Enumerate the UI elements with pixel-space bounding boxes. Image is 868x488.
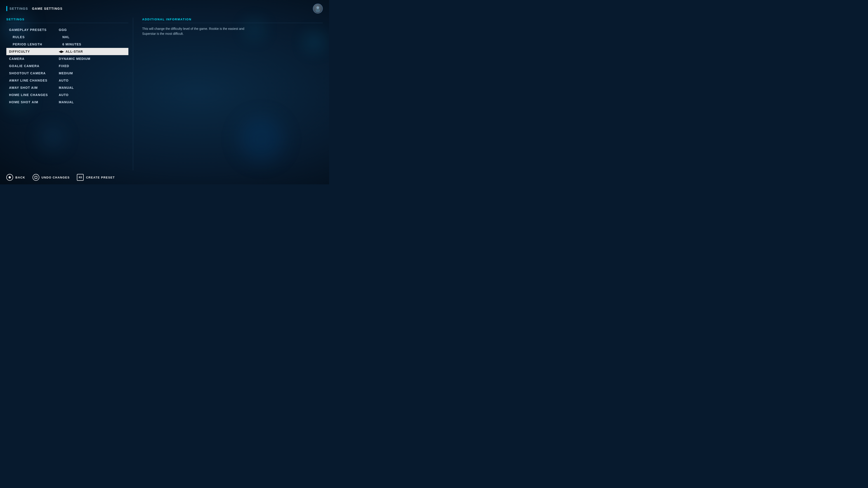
breadcrumb-separator xyxy=(29,7,31,10)
setting-value-shootout-camera: MEDIUM xyxy=(59,71,73,75)
header: SETTINGS GAME SETTINGS xyxy=(0,0,329,15)
setting-value-goalie-camera: FIXED xyxy=(59,64,69,68)
create-preset-button-label: CREATE PRESET xyxy=(86,176,115,179)
setting-row-difficulty[interactable]: DIFFICULTY◀▶ALL-STAR xyxy=(6,48,128,55)
setting-value-home-line-changes: AUTO xyxy=(59,93,68,97)
breadcrumb-bar xyxy=(6,6,7,11)
setting-value-period-length: 6 MINUTES xyxy=(62,42,81,46)
setting-row-shootout-camera[interactable]: SHOOTOUT CAMERAMEDIUM xyxy=(6,70,128,77)
setting-row-away-shot-aim[interactable]: AWAY SHOT AIMMANUAL xyxy=(6,84,128,91)
settings-panel: SETTINGS GAMEPLAY PRESETSGGGRULESNHLPERI… xyxy=(6,18,128,170)
breadcrumb: SETTINGS GAME SETTINGS xyxy=(6,6,63,11)
undo-button-label: UNDO CHANGES xyxy=(41,176,70,179)
setting-name-away-line-changes: AWAY LINE CHANGES xyxy=(9,78,59,82)
info-panel: ADDITIONAL INFORMATION This will change … xyxy=(133,18,323,170)
setting-arrows-difficulty: ◀▶ xyxy=(59,50,64,53)
create-preset-action[interactable]: R3 CREATE PRESET xyxy=(77,174,115,181)
main-content: SETTINGS GAMEPLAY PRESETSGGGRULESNHLPERI… xyxy=(0,15,329,170)
create-preset-button-icon: R3 xyxy=(77,174,84,181)
setting-name-camera: CAMERA xyxy=(9,57,59,61)
undo-action[interactable]: UNDO CHANGES xyxy=(33,174,70,181)
avatar xyxy=(313,4,323,13)
setting-row-goalie-camera[interactable]: GOALIE CAMERAFIXED xyxy=(6,62,128,70)
setting-row-home-line-changes[interactable]: HOME LINE CHANGESAUTO xyxy=(6,91,128,98)
svg-rect-2 xyxy=(35,176,37,178)
setting-value-gameplay-presets: GGG xyxy=(59,28,67,32)
back-action[interactable]: BACK xyxy=(6,174,25,181)
info-panel-title: ADDITIONAL INFORMATION xyxy=(142,18,323,23)
setting-value-difficulty: ALL-STAR xyxy=(66,50,83,53)
back-button-inner xyxy=(8,176,11,178)
setting-row-home-shot-aim[interactable]: HOME SHOT AIMMANUAL xyxy=(6,98,128,106)
setting-name-rules: RULES xyxy=(13,35,62,39)
setting-value-camera: DYNAMIC MEDIUM xyxy=(59,57,90,61)
setting-row-rules[interactable]: RULESNHL xyxy=(6,33,128,41)
setting-row-gameplay-presets[interactable]: GAMEPLAY PRESETSGGG xyxy=(6,26,128,33)
setting-row-away-line-changes[interactable]: AWAY LINE CHANGESAUTO xyxy=(6,77,128,84)
setting-name-shootout-camera: SHOOTOUT CAMERA xyxy=(9,71,59,75)
info-text: This will change the difficulty level of… xyxy=(142,26,255,36)
setting-value-away-line-changes: AUTO xyxy=(59,78,68,82)
setting-value-home-shot-aim: MANUAL xyxy=(59,100,74,104)
back-button-icon xyxy=(6,174,13,181)
setting-name-home-shot-aim: HOME SHOT AIM xyxy=(9,100,59,104)
setting-name-home-line-changes: HOME LINE CHANGES xyxy=(9,93,59,97)
svg-point-1 xyxy=(315,9,320,12)
breadcrumb-current: GAME SETTINGS xyxy=(32,7,62,10)
footer: BACK UNDO CHANGES R3 CREATE PRESET xyxy=(0,170,329,184)
svg-point-0 xyxy=(316,6,319,9)
setting-row-period-length[interactable]: PERIOD LENGTH6 MINUTES xyxy=(6,41,128,48)
setting-name-away-shot-aim: AWAY SHOT AIM xyxy=(9,86,59,90)
setting-name-period-length: PERIOD LENGTH xyxy=(13,42,62,46)
setting-value-rules: NHL xyxy=(62,35,70,39)
setting-value-away-shot-aim: MANUAL xyxy=(59,86,74,90)
settings-panel-title: SETTINGS xyxy=(6,18,128,23)
setting-name-gameplay-presets: GAMEPLAY PRESETS xyxy=(9,28,59,32)
breadcrumb-parent: SETTINGS xyxy=(9,7,28,10)
setting-name-goalie-camera: GOALIE CAMERA xyxy=(9,64,59,68)
setting-name-difficulty: DIFFICULTY xyxy=(9,50,59,53)
settings-list: GAMEPLAY PRESETSGGGRULESNHLPERIOD LENGTH… xyxy=(6,26,128,106)
undo-button-icon xyxy=(33,174,39,181)
back-button-label: BACK xyxy=(16,176,25,179)
page-content: SETTINGS GAME SETTINGS SETTINGS GAMEPLAY… xyxy=(0,0,329,184)
r3-label: R3 xyxy=(79,176,82,179)
setting-row-camera[interactable]: CAMERADYNAMIC MEDIUM xyxy=(6,55,128,62)
